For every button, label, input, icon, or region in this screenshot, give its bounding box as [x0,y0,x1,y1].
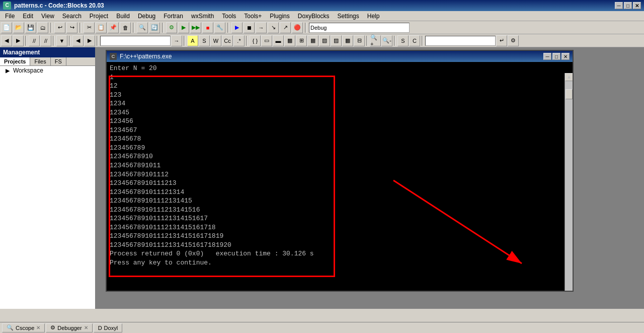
output-line: 12345678910111213 [110,179,570,188]
next-bookmark[interactable]: ▶ [13,35,24,46]
sep3 [133,23,135,33]
output-line: 123456 [110,117,570,126]
menu-item-build[interactable]: Build [113,12,133,21]
menu-bar: FileEditViewSearchProjectBuildDebugFortr… [0,11,644,21]
build-run-button[interactable]: ▶▶ [190,22,201,33]
prev-btn[interactable]: ◀ [72,35,84,46]
case-btn[interactable]: Cc [222,35,233,46]
paste-button[interactable]: 📌 [108,22,119,33]
rect-btn[interactable]: ▭ [261,35,272,46]
undo-button[interactable]: ↩ [54,22,65,33]
tab-projects[interactable]: Projects [0,57,30,65]
menu-item-tools[interactable]: Tools [219,12,239,21]
sep10 [97,36,99,46]
breakpoint-button[interactable]: 🔴 [292,22,303,33]
tab-cscope[interactable]: 🔍 Cscope ✕ [2,323,45,332]
rect3-btn[interactable]: ▩ [284,35,295,46]
menu-item-project[interactable]: Project [87,12,111,21]
console-maximize-btn[interactable]: □ [552,53,560,60]
menu-item-file[interactable]: File [2,12,18,21]
save-button[interactable]: 💾 [25,22,36,33]
menu-item-view[interactable]: View [38,12,57,21]
tab-debugger[interactable]: ⚙ Debugger ✕ [46,323,92,332]
debug-button[interactable]: ▶ [231,22,243,33]
zoom-out-btn[interactable]: 🔍- [381,35,392,46]
menu-item-debug[interactable]: Debug [135,12,158,21]
menu-item-help[interactable]: Help [364,12,383,21]
cscope-close-icon[interactable]: ✕ [36,325,40,330]
output-line: 1234567891011 [110,161,570,170]
menu-item-doxyblocks[interactable]: DoxyBlocks [295,12,333,21]
jump-input[interactable] [100,36,171,46]
output-line: 12345 [110,108,570,117]
debug-stop-button[interactable]: ⏹ [244,22,255,33]
menu-item-settings[interactable]: Settings [334,12,362,21]
select-btn[interactable]: S [199,35,210,46]
step-in-button[interactable]: ↘ [268,22,279,33]
jump-btn[interactable]: → [171,35,182,46]
scrollbar-up-btn[interactable]: ▲ [565,73,573,81]
word-btn[interactable]: W [210,35,221,46]
uncomment-btn[interactable]: // [40,35,51,46]
comment-btn[interactable]: // [29,35,40,46]
delete-button[interactable]: 🗑 [120,22,131,33]
search-input[interactable] [425,36,496,46]
build-target-input[interactable] [309,23,410,33]
menu-item-search[interactable]: Search [59,12,85,21]
output-line: 12345678910111213141516171819 [110,232,570,241]
menu-item-tools+[interactable]: Tools+ [241,12,265,21]
menu-item-wxsmith[interactable]: wxSmith [188,12,217,21]
next-btn[interactable]: ▶ [84,35,95,46]
search-settings-btn[interactable]: ⚙ [508,35,519,46]
rect9-btn[interactable]: ⊟ [354,35,365,46]
replace-button[interactable]: 🔄 [149,22,160,33]
output-line: 123456789101112131415161718 [110,223,570,232]
regex-btn[interactable]: .* [233,35,245,46]
zoom-in-btn[interactable]: 🔍+ [370,35,381,46]
console-minimize-btn[interactable]: ─ [543,53,551,60]
workspace-item[interactable]: ▶ Workspace [0,66,95,75]
refactor-btn[interactable]: S [397,35,409,46]
stop-button[interactable]: ■ [202,22,213,33]
debugger-close-icon[interactable]: ✕ [84,325,88,330]
build-button[interactable]: ⚙ [166,22,177,33]
copy-button[interactable]: 📋 [96,22,107,33]
rebuild-button[interactable]: 🔧 [214,22,225,33]
match-btn[interactable]: { } [250,35,261,46]
fold-btn[interactable]: ▼ [56,35,67,46]
redo-button[interactable]: ↪ [66,22,77,33]
new-button[interactable]: 📄 [1,22,12,33]
menu-item-edit[interactable]: Edit [20,12,36,21]
minimize-button[interactable]: ─ [615,2,623,9]
rect6-btn[interactable]: ▧ [319,35,330,46]
step-out-button[interactable]: ↗ [280,22,291,33]
rect8-btn[interactable]: ▩ [342,35,353,46]
step-over-button[interactable]: → [256,22,267,33]
app-icon: C [3,2,11,10]
maximize-button[interactable]: □ [624,2,632,9]
open-button[interactable]: 📂 [13,22,24,33]
save-all-button[interactable]: 🗂 [37,22,48,33]
rect7-btn[interactable]: ▨ [331,35,342,46]
output-line: 1234567 [110,126,570,135]
menu-item-fortran[interactable]: Fortran [160,12,186,21]
rect4-btn[interactable]: ⊞ [296,35,307,46]
run-button[interactable]: ▶ [178,22,189,33]
refactor2-btn[interactable]: C [409,35,420,46]
toolbar-row-1: 📄 📂 💾 🗂 ↩ ↪ ✂ 📋 📌 🗑 🔍 🔄 ⚙ ▶ ▶▶ ■ 🔧 ▶ ⏹ →… [0,21,644,34]
menu-item-plugins[interactable]: Plugins [267,12,292,21]
sep9 [69,36,71,46]
search-go-btn[interactable]: ↵ [496,35,507,46]
rect5-btn[interactable]: ▦ [307,35,318,46]
close-button[interactable]: ✕ [633,2,641,9]
tab-files[interactable]: Files [30,57,50,65]
console-close-btn[interactable]: ✕ [561,53,570,60]
cut-button[interactable]: ✂ [84,22,95,33]
rect2-btn[interactable]: ▬ [273,35,284,46]
tab-fs[interactable]: FS [51,57,66,65]
prev-bookmark[interactable]: ◀ [1,35,12,46]
highlight-btn[interactable]: A [187,35,198,46]
find-button[interactable]: 🔍 [137,22,148,33]
tab-doxyl[interactable]: D Doxyl [94,323,122,332]
scrollbar-thumb[interactable] [566,89,573,99]
